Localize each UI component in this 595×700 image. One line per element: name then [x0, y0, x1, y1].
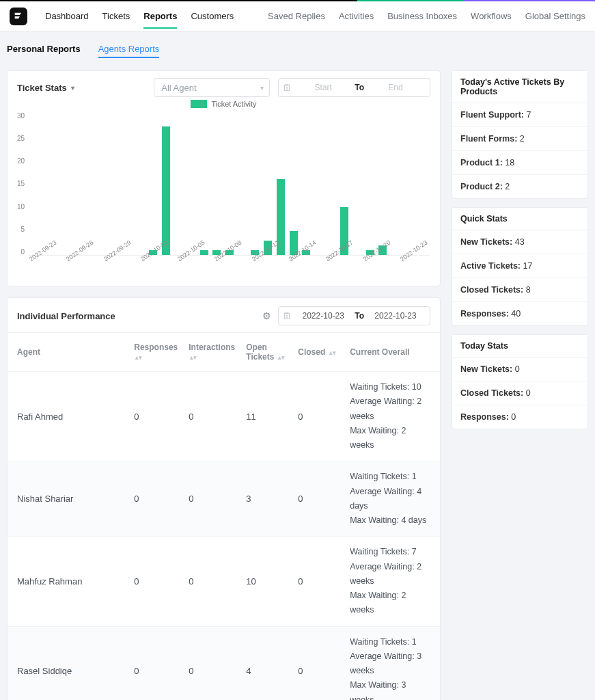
performance-table: Agent Responses▴▾ Interactions▴▾ Open Ti… — [8, 333, 440, 700]
panel-row-value: 43 — [515, 237, 525, 247]
cell-closed: 0 — [292, 626, 344, 700]
y-axis: 302520151050 — [17, 112, 29, 256]
cell-overall: Waiting Tickets: 1Average Waiting: 4 day… — [344, 461, 440, 537]
panel-title: Quick Stats — [452, 208, 587, 230]
nav-workflows[interactable]: Workflows — [471, 11, 512, 21]
bar-slot — [313, 112, 326, 255]
cell-interactions: 0 — [183, 372, 240, 461]
col-responses[interactable]: Responses▴▾ — [128, 333, 183, 372]
col-interactions[interactable]: Interactions▴▾ — [183, 333, 240, 372]
panel-row: Active Tickets: 17 — [452, 254, 587, 278]
bar-slot — [389, 112, 402, 255]
panel-row: Fluent Support: 7 — [452, 103, 587, 126]
date-start: Start — [294, 83, 352, 92]
panel-row-label: Responses: — [460, 309, 509, 319]
nav-tickets[interactable]: Tickets — [102, 11, 130, 21]
cell-agent: Rafi Ahmed — [8, 372, 128, 461]
panel-row-value: 2 — [505, 182, 510, 191]
nav-customers[interactable]: Customers — [191, 11, 234, 21]
sort-icon: ▴▾ — [135, 356, 142, 360]
chart-date-range[interactable]: 🗓 Start To End — [278, 78, 430, 97]
panel-row-label: Product 2: — [460, 182, 503, 191]
bar-slot — [210, 112, 223, 255]
chart-plot — [29, 112, 430, 256]
bar-slot — [363, 112, 376, 255]
agent-select[interactable]: All Agent ▾ — [154, 78, 270, 97]
bar-slot — [262, 112, 275, 255]
ticket-stats-dropdown[interactable]: Ticket Stats ▾ — [17, 83, 74, 93]
panel-row: New Tickets: 43 — [452, 230, 587, 254]
nav-business-inboxes[interactable]: Business Inboxes — [387, 11, 457, 21]
nav-saved-replies[interactable]: Saved Replies — [268, 11, 325, 21]
performance-date-range[interactable]: 🗓 2022-10-23 To 2022-10-23 — [278, 306, 430, 325]
nav-activities[interactable]: Activities — [339, 11, 374, 21]
panel-row-value: 8 — [526, 285, 531, 295]
bar-slot — [44, 112, 57, 255]
panel-row: New Tickets: 0 — [452, 358, 587, 381]
nav-global-settings[interactable]: Global Settings — [525, 11, 585, 21]
panel-row-label: Active Tickets: — [460, 261, 521, 271]
nav-reports[interactable]: Reports — [143, 11, 177, 29]
cell-overall: Waiting Tickets: 1Average Waiting: 3 wee… — [344, 626, 440, 700]
cell-closed: 0 — [292, 372, 344, 461]
panel-row: Closed Tickets: 0 — [452, 381, 587, 405]
panel-row-label: Responses: — [460, 412, 509, 422]
bar-slot — [185, 112, 198, 255]
quick-stats-panel: Quick Stats New Tickets: 43Active Ticket… — [452, 207, 588, 326]
bar-slot — [338, 112, 351, 255]
chart-area: 302520151050 — [17, 112, 430, 256]
bar-slot — [134, 112, 147, 255]
cell-agent: Nishat Shariar — [8, 461, 128, 537]
nav-dashboard[interactable]: Dashboard — [45, 11, 89, 21]
bar-slot — [96, 112, 109, 255]
panel-row-value: 2 — [520, 134, 525, 144]
col-open-tickets[interactable]: Open Tickets ▴▾ — [240, 333, 292, 372]
table-row: Mahfuz Rahman00100Waiting Tickets: 7Aver… — [8, 537, 440, 626]
col-closed[interactable]: Closed ▴▾ — [292, 333, 344, 372]
cell-responses: 0 — [128, 537, 183, 626]
main-header: Dashboard Tickets Reports Customers Save… — [0, 1, 595, 31]
panel-row-label: New Tickets: — [460, 364, 512, 374]
cell-responses: 0 — [128, 626, 183, 700]
cell-closed: 0 — [292, 461, 344, 537]
panel-row-label: Product 1: — [460, 158, 503, 167]
tab-agents-reports[interactable]: Agents Reports — [98, 44, 160, 58]
panel-row-value: 18 — [505, 158, 514, 167]
y-tick: 5 — [21, 226, 25, 233]
tab-personal-reports[interactable]: Personal Reports — [7, 44, 81, 58]
sort-icon: ▴▾ — [278, 356, 285, 360]
agent-select-label: All Agent — [161, 83, 196, 93]
bar-slot — [31, 112, 44, 255]
calendar-icon: 🗓 — [283, 311, 292, 321]
sort-icon: ▴▾ — [190, 356, 197, 360]
bar-slot — [197, 112, 210, 255]
panel-row: Fluent Forms: 2 — [452, 126, 587, 150]
bar-slot — [249, 112, 262, 255]
bar-slot — [57, 112, 70, 255]
nav-right: Saved Replies Activities Business Inboxe… — [268, 11, 585, 21]
individual-performance-title: Individual Performance — [17, 311, 115, 321]
cell-closed: 0 — [292, 537, 344, 626]
bar-slot — [402, 112, 415, 255]
app-logo[interactable] — [10, 8, 27, 25]
cell-agent: Mahfuz Rahman — [8, 537, 128, 626]
panel-row-label: Fluent Support: — [460, 110, 524, 120]
gear-icon[interactable]: ⚙ — [262, 310, 271, 321]
bar-slot — [415, 112, 428, 255]
chart-legend: Ticket Activity — [17, 100, 430, 108]
cell-open-tickets: 3 — [240, 461, 292, 537]
bar[interactable] — [162, 126, 170, 255]
bar-slot — [172, 112, 185, 255]
y-tick: 20 — [17, 157, 25, 165]
bar-slot — [236, 112, 249, 255]
calendar-icon: 🗓 — [283, 83, 292, 93]
bar-slot — [376, 112, 389, 255]
logo-icon — [13, 11, 24, 22]
bar-slot — [83, 112, 96, 255]
bar-slot — [146, 112, 159, 255]
cell-responses: 0 — [128, 372, 183, 461]
bar-slot — [108, 112, 121, 255]
y-tick: 0 — [21, 248, 25, 256]
table-row: Rasel Siddiqe0040Waiting Tickets: 1Avera… — [8, 626, 440, 700]
panel-row: Product 1: 18 — [452, 150, 587, 174]
